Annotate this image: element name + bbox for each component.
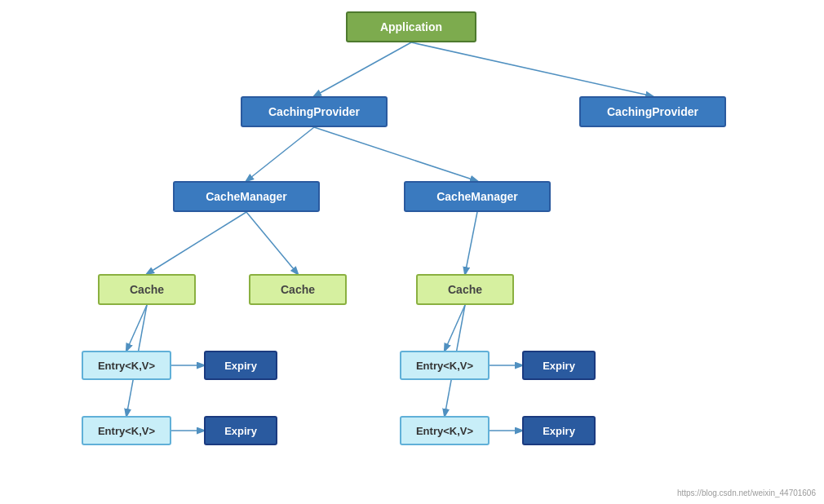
cache3-label: Cache bbox=[448, 283, 482, 296]
node-cache-3: Cache bbox=[416, 274, 514, 305]
node-cache-2: Cache bbox=[249, 274, 347, 305]
expiry4-label: Expiry bbox=[543, 425, 575, 437]
node-application: Application bbox=[346, 11, 476, 42]
caching1-label: CachingProvider bbox=[268, 105, 360, 118]
watermark: https://blog.csdn.net/weixin_44701606 bbox=[677, 489, 816, 497]
node-cache-manager-1: CacheManager bbox=[173, 181, 320, 212]
entry4-label: Entry<K,V> bbox=[416, 425, 473, 437]
svg-line-0 bbox=[314, 42, 411, 96]
node-expiry-4: Expiry bbox=[522, 416, 596, 445]
caching2-label: CachingProvider bbox=[607, 105, 698, 118]
manager1-label: CacheManager bbox=[206, 190, 287, 203]
expiry3-label: Expiry bbox=[543, 360, 575, 372]
diagram-container: Application CachingProvider CachingProvi… bbox=[0, 0, 824, 504]
svg-line-1 bbox=[411, 42, 653, 96]
manager2-label: CacheManager bbox=[436, 190, 518, 203]
svg-line-7 bbox=[126, 305, 147, 351]
entry3-label: Entry<K,V> bbox=[416, 360, 473, 372]
watermark-text: https://blog.csdn.net/weixin_44701606 bbox=[677, 489, 816, 497]
entry1-label: Entry<K,V> bbox=[98, 360, 155, 372]
node-expiry-3: Expiry bbox=[522, 351, 596, 380]
node-entry-2: Entry<K,V> bbox=[82, 416, 171, 445]
node-entry-4: Entry<K,V> bbox=[400, 416, 490, 445]
node-cache-1: Cache bbox=[98, 274, 196, 305]
node-caching-provider-1: CachingProvider bbox=[241, 96, 388, 127]
node-expiry-2: Expiry bbox=[204, 416, 277, 445]
svg-line-9 bbox=[445, 305, 465, 351]
svg-line-4 bbox=[147, 212, 246, 274]
entry2-label: Entry<K,V> bbox=[98, 425, 155, 437]
expiry2-label: Expiry bbox=[224, 425, 257, 437]
application-label: Application bbox=[380, 20, 442, 33]
node-entry-3: Entry<K,V> bbox=[400, 351, 490, 380]
svg-line-5 bbox=[246, 212, 298, 274]
node-expiry-1: Expiry bbox=[204, 351, 277, 380]
cache1-label: Cache bbox=[130, 283, 164, 296]
svg-line-2 bbox=[246, 127, 314, 181]
svg-line-6 bbox=[465, 212, 477, 274]
cache2-label: Cache bbox=[281, 283, 315, 296]
node-caching-provider-2: CachingProvider bbox=[579, 96, 726, 127]
expiry1-label: Expiry bbox=[224, 360, 257, 372]
node-cache-manager-2: CacheManager bbox=[404, 181, 551, 212]
node-entry-1: Entry<K,V> bbox=[82, 351, 171, 380]
svg-line-3 bbox=[314, 127, 477, 181]
